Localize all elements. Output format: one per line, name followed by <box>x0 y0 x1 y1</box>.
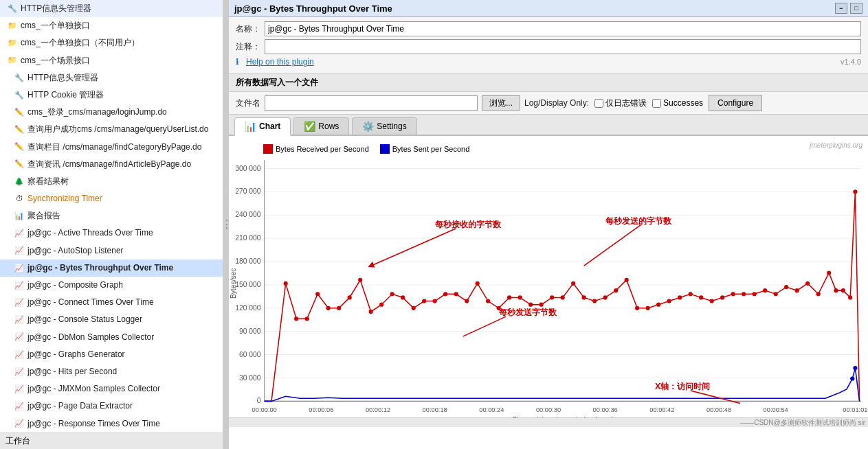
svg-text:00:01:01: 00:01:01 <box>843 406 867 413</box>
svg-text:00:00:36: 00:00:36 <box>593 406 618 413</box>
sidebar-icon-connect-times: 📈 <box>14 297 25 308</box>
svg-point-38 <box>422 299 426 303</box>
all-data-section: 所有数据写入一个文件 <box>229 74 868 92</box>
configure-button[interactable]: Configure <box>709 95 762 111</box>
sidebar-label-aggregate: 聚合报告 <box>27 209 60 222</box>
svg-point-82 <box>850 376 854 380</box>
watermark: jmeterplugins.org <box>810 141 863 149</box>
sidebar-item-connect-times[interactable]: 📈jp@gc - Connect Times Over Time <box>0 294 223 311</box>
svg-point-70 <box>763 288 767 292</box>
browse-button[interactable]: 浏览... <box>482 95 520 111</box>
svg-text:00:00:48: 00:00:48 <box>706 406 731 413</box>
name-label: 名称： <box>236 23 260 35</box>
sidebar-item-http-info-mgr2[interactable]: 🔧HTTP信息头管理器 <box>0 69 223 87</box>
legend-sent-box <box>380 144 390 154</box>
main-panel: jp@gc - Bytes Throughput Over Time − □ 名… <box>229 0 868 449</box>
svg-text:Bytes/sec: Bytes/sec <box>230 268 237 299</box>
errors-checkbox[interactable] <box>594 99 603 108</box>
bottom-credit-bar: ——CSDN@多测师软件测试培训师尚 sir <box>229 417 868 427</box>
sidebar-item-response-times[interactable]: 📈jp@gc - Response Times Over Time <box>0 415 223 433</box>
sidebar-label-console-logger: jp@gc - Console Status Logger <box>27 313 142 326</box>
sidebar-item-console-logger[interactable]: 📈jp@gc - Console Status Logger <box>0 311 223 328</box>
sidebar-item-sync-timer[interactable]: ⏱Synchronizing Timer <box>0 190 223 207</box>
svg-point-53 <box>582 295 586 299</box>
help-link[interactable]: Help on this plugin <box>246 57 314 67</box>
tab-settings[interactable]: ⚙️Settings <box>352 117 416 135</box>
sidebar-item-cms-scene[interactable]: 📁cms_一个场景接口 <box>0 52 223 69</box>
all-data-label: 所有数据写入一个文件 <box>236 78 318 87</box>
sidebar-icon-http-info-mgr2: 🔧 <box>14 72 25 83</box>
sidebar-item-aggregate[interactable]: 📊聚合报告 <box>0 207 223 224</box>
minimize-button[interactable]: − <box>835 3 847 14</box>
sidebar-item-view-tree[interactable]: 🌲察看结果树 <box>0 173 223 190</box>
file-row: 文件名 浏览... Log/Display Only: 仅日志错误 Succes… <box>229 92 868 115</box>
sidebar-item-page-data[interactable]: 📈jp@gc - Page Data Extractor <box>0 398 223 415</box>
svg-point-31 <box>348 295 352 299</box>
sidebar-label-active-threads: jp@gc - Active Threads Over Time <box>27 227 153 240</box>
sidebar-item-active-threads[interactable]: 📈jp@gc - Active Threads Over Time <box>0 224 223 242</box>
svg-point-78 <box>841 288 845 292</box>
resize-handle[interactable]: ⋮ <box>223 0 229 449</box>
tab-icon-settings: ⚙️ <box>362 121 374 132</box>
sidebar-item-jmxmon[interactable]: 📈jp@gc - JMXMon Samples Collector <box>0 380 223 398</box>
note-input[interactable] <box>265 39 861 54</box>
sidebar-label-bytes-throughput: jp@gc - Bytes Throughput Over Time <box>27 262 173 275</box>
sidebar-item-query-article[interactable]: ✏️查询资讯 /cms/manage/findArticleByPage.do <box>0 156 223 173</box>
sidebar-item-composite-graph[interactable]: 📈jp@gc - Composite Graph <box>0 277 223 294</box>
sidebar-label-sync-timer: Synchronizing Timer <box>27 192 102 205</box>
sidebar-icon-query-article: ✏️ <box>14 159 25 170</box>
log-only-label: Log/Display Only: <box>524 98 589 108</box>
sidebar-item-graphs-gen[interactable]: 📈jp@gc - Graphs Generator <box>0 346 223 363</box>
sidebar-item-cms-single-diff[interactable]: 📁cms_一个单独接口（不同用户） <box>0 34 223 51</box>
svg-point-41 <box>454 292 458 296</box>
sidebar-label-graphs-gen: jp@gc - Graphs Generator <box>27 348 125 361</box>
sidebar-icon-hits-per-sec: 📈 <box>14 367 25 378</box>
sidebar-icon-query-bar: ✏️ <box>14 141 25 152</box>
svg-text:00:00:12: 00:00:12 <box>366 406 390 413</box>
svg-point-66 <box>720 295 724 299</box>
svg-point-36 <box>401 295 405 299</box>
sidebar-icon-dbmon: 📈 <box>14 332 25 343</box>
sidebar-icon-cms-scene: 📁 <box>7 55 18 66</box>
sidebar-item-cms-single[interactable]: 📁cms_一个单独接口 <box>0 17 223 34</box>
sidebar-item-query-bar[interactable]: ✏️查询栏目 /cms/manage/findCategoryByPage.do <box>0 139 223 156</box>
sidebar-icon-page-data: 📈 <box>14 401 25 412</box>
svg-point-34 <box>379 303 383 307</box>
sidebar-item-bytes-throughput[interactable]: 📈jp@gc - Bytes Throughput Over Time <box>0 260 223 277</box>
tab-chart[interactable]: 📊Chart <box>234 117 291 136</box>
svg-point-55 <box>603 295 608 299</box>
sidebar-item-hits-per-sec[interactable]: 📈jp@gc - Hits per Second <box>0 363 223 380</box>
sidebar-icon-jmxmon: 📈 <box>14 384 25 395</box>
sidebar-item-dbmon[interactable]: 📈jp@gc - DbMon Samples Collector <box>0 329 223 346</box>
svg-point-28 <box>315 292 320 296</box>
panel-title: jp@gc - Bytes Throughput Over Time <box>234 3 392 14</box>
sidebar-item-autostop[interactable]: 📈jp@gc - AutoStop Listener <box>0 242 223 260</box>
svg-point-43 <box>476 281 480 286</box>
sidebar-item-http-cookie-mgr[interactable]: 🔧HTTP Cookie 管理器 <box>0 87 223 104</box>
sidebar-item-query-user[interactable]: ✏️查询用户成功cms /cms/manage/queryUserList.do <box>0 121 223 138</box>
errors-checkbox-label[interactable]: 仅日志错误 <box>594 97 647 109</box>
svg-text:60 000: 60 000 <box>239 351 261 358</box>
svg-point-46 <box>507 295 511 299</box>
tab-rows[interactable]: ✅Rows <box>293 117 349 135</box>
sidebar-icon-aggregate: 📊 <box>14 211 25 222</box>
sidebar-label-dbmon: jp@gc - DbMon Samples Collector <box>27 331 154 344</box>
title-bar-buttons: − □ <box>835 3 863 14</box>
file-input[interactable] <box>265 95 478 111</box>
sidebar-icon-query-user: ✏️ <box>14 124 25 135</box>
name-input[interactable] <box>265 21 861 36</box>
sidebar-label-hits-per-sec: jp@gc - Hits per Second <box>27 365 117 378</box>
sidebar-item-cms-login[interactable]: ✏️cms_登录_cms/manage/loginJump.do <box>0 104 223 121</box>
svg-point-58 <box>635 306 639 310</box>
successes-checkbox[interactable] <box>652 99 661 108</box>
svg-text:00:00:24: 00:00:24 <box>479 406 504 413</box>
sidebar-label-http-cookie-mgr: HTTP Cookie 管理器 <box>27 89 104 102</box>
successes-checkbox-label[interactable]: Successes <box>652 98 703 108</box>
svg-point-68 <box>742 292 746 296</box>
sidebar-label-autostop: jp@gc - AutoStop Listener <box>27 244 124 257</box>
sidebar-item-http-info-mgr[interactable]: 🔧HTTP信息头管理器 <box>0 0 223 17</box>
svg-text:00:00:54: 00:00:54 <box>764 406 788 413</box>
chart-legend: Bytes Received per Second Bytes Sent per… <box>229 141 868 157</box>
svg-text:120 000: 120 000 <box>235 304 261 312</box>
maximize-button[interactable]: □ <box>850 3 863 14</box>
